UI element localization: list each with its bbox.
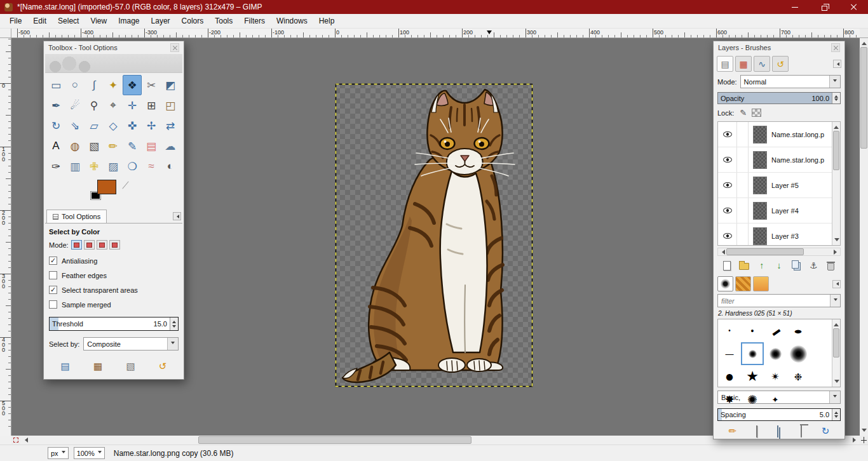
delete-brush-button[interactable]	[801, 426, 802, 437]
spin-buttons[interactable]	[170, 317, 178, 330]
corner-button[interactable]	[860, 29, 868, 38]
spacing-slider[interactable]: Spacing 5.0	[717, 408, 841, 421]
tool-bucket-fill[interactable]: ◍	[65, 136, 85, 156]
opacity-slider[interactable]: Opacity 100.0	[717, 92, 841, 104]
link-cell[interactable]	[737, 173, 749, 197]
tool-gradient[interactable]: ▧	[85, 136, 104, 156]
tool-select-by-color[interactable]: ❖	[123, 75, 142, 95]
raise-layer-button[interactable]: ↑	[754, 259, 770, 272]
tool-align[interactable]: ⊞	[142, 95, 161, 116]
save-tool-preset-button[interactable]: ▤	[61, 361, 70, 372]
dock-menu-button[interactable]	[173, 212, 181, 220]
brush-item[interactable]	[741, 342, 764, 365]
scroll-right-arrow[interactable]	[832, 248, 840, 255]
tool-shear[interactable]: ▱	[85, 116, 104, 136]
delete-tool-preset-button[interactable]: ▧	[126, 361, 135, 372]
mode-replace[interactable]	[71, 240, 82, 250]
close-icon[interactable]	[170, 43, 179, 52]
foreground-color-swatch[interactable]	[97, 180, 116, 194]
refresh-brushes-button[interactable]: ↻	[822, 425, 830, 437]
tool-scissors-select[interactable]: ✂	[142, 75, 161, 95]
tab-tool-options[interactable]: Tool Options	[46, 210, 107, 223]
visibility-toggle[interactable]	[718, 122, 737, 147]
option-select-transparent-areas[interactable]: ✓Select transparent areas	[49, 283, 179, 297]
tool-paintbrush[interactable]: ✎	[123, 136, 142, 156]
tool-free-select[interactable]: ∫	[85, 75, 104, 95]
scroll-down-arrow[interactable]	[832, 237, 841, 245]
tool-clone[interactable]: ▥	[65, 156, 85, 177]
spin-buttons[interactable]	[832, 409, 840, 420]
link-cell[interactable]	[737, 122, 749, 147]
menu-tools[interactable]: Tools	[209, 14, 238, 28]
unit-select[interactable]: px	[48, 447, 69, 459]
tool-smudge[interactable]: ≈	[142, 156, 161, 177]
zoom-select[interactable]: 100%	[74, 447, 105, 459]
horizontal-scroll-thumb[interactable]	[198, 436, 471, 444]
option-antialiasing[interactable]: ✓Antialiasing	[49, 253, 179, 268]
channels-tab[interactable]: ▦	[735, 56, 752, 72]
brush-item[interactable]: •	[718, 319, 741, 342]
dock-menu-button[interactable]	[833, 60, 841, 68]
tool-rotate[interactable]: ↻	[46, 116, 65, 136]
dock-menu-button[interactable]	[832, 280, 841, 288]
scroll-up-arrow[interactable]	[860, 38, 868, 46]
canvas-image-cat[interactable]	[335, 83, 533, 387]
new-layer-group-button[interactable]	[736, 259, 752, 272]
brush-item[interactable]: ―	[718, 342, 741, 365]
link-cell[interactable]	[737, 224, 749, 246]
reset-tool-options-button[interactable]: ↺	[159, 361, 167, 372]
horizontal-ruler[interactable]: -500-400-300-200-10001002003004005006007…	[11, 29, 860, 38]
scroll-left-arrow[interactable]	[718, 248, 726, 255]
tool-unified-transform[interactable]: ✜	[123, 116, 142, 136]
tool-measure[interactable]: ⌖	[104, 95, 123, 116]
layer-row[interactable]: Name.star.long.p	[718, 147, 832, 173]
spin-buttons[interactable]	[832, 93, 840, 104]
quick-mask-toggle[interactable]	[11, 436, 20, 444]
layer-row[interactable]: Layer #3	[718, 224, 832, 246]
tool-text[interactable]: A	[46, 136, 65, 156]
tool-fuzzy-select[interactable]: ✦	[104, 75, 123, 95]
tool-perspective-clone[interactable]: ▨	[104, 156, 123, 177]
tool-rectangle-select[interactable]: ▭	[46, 75, 65, 95]
anchor-layer-button[interactable]: ⚓	[806, 259, 822, 272]
fonts-tab[interactable]	[753, 276, 769, 291]
option-sample-merged[interactable]: Sample merged	[49, 297, 179, 312]
mode-intersect[interactable]	[109, 240, 120, 250]
menu-help[interactable]: Help	[313, 14, 341, 28]
scroll-down-arrow[interactable]	[832, 378, 841, 387]
brush-filter-input[interactable]	[718, 297, 830, 305]
brush-item[interactable]: •	[741, 319, 764, 342]
scroll-left-arrow[interactable]	[20, 436, 29, 444]
scroll-down-arrow[interactable]	[860, 427, 868, 436]
layer-row[interactable]: Name.star.long.p	[718, 122, 832, 147]
menu-layer[interactable]: Layer	[146, 14, 176, 28]
option-feather-edges[interactable]: Feather edges	[49, 268, 179, 283]
link-cell[interactable]	[737, 147, 749, 172]
tool-pencil[interactable]: ✏	[104, 136, 123, 156]
layers-titlebar[interactable]: Layers - Brushes	[714, 41, 844, 54]
brush-item[interactable]: ●	[718, 365, 741, 388]
brush-item[interactable]: ✸	[718, 388, 741, 411]
vertical-ruler[interactable]: 01 0 02 0 03 0 04 0 05 0 0	[0, 38, 11, 436]
brush-item[interactable]	[764, 342, 787, 365]
visibility-toggle[interactable]	[718, 198, 737, 223]
minimize-button[interactable]	[780, 0, 810, 14]
layer-mode-dropdown[interactable]: Normal	[740, 75, 841, 88]
scroll-right-arrow[interactable]	[851, 436, 860, 444]
toolbox-titlebar[interactable]: Toolbox - Tool Options	[44, 41, 184, 54]
tool-heal[interactable]: ✙	[85, 156, 104, 177]
restore-tool-preset-button[interactable]: ▦	[93, 361, 102, 372]
menu-edit[interactable]: Edit	[27, 14, 52, 28]
visibility-toggle[interactable]	[718, 173, 737, 197]
menu-file[interactable]: File	[4, 14, 27, 28]
tool-handle-transform[interactable]: ✢	[142, 116, 161, 136]
brush-item[interactable]: ▬	[764, 319, 787, 342]
vertical-scrollbar[interactable]	[860, 38, 868, 436]
duplicate-layer-button[interactable]	[789, 259, 804, 272]
menu-windows[interactable]: Windows	[271, 14, 313, 28]
close-button[interactable]	[839, 0, 868, 14]
brushes-tab[interactable]	[717, 276, 733, 291]
tool-crop[interactable]: ◰	[161, 95, 180, 116]
layer-row[interactable]: Layer #4	[718, 198, 832, 224]
tool-blur-sharpen[interactable]: ❍	[123, 156, 142, 177]
